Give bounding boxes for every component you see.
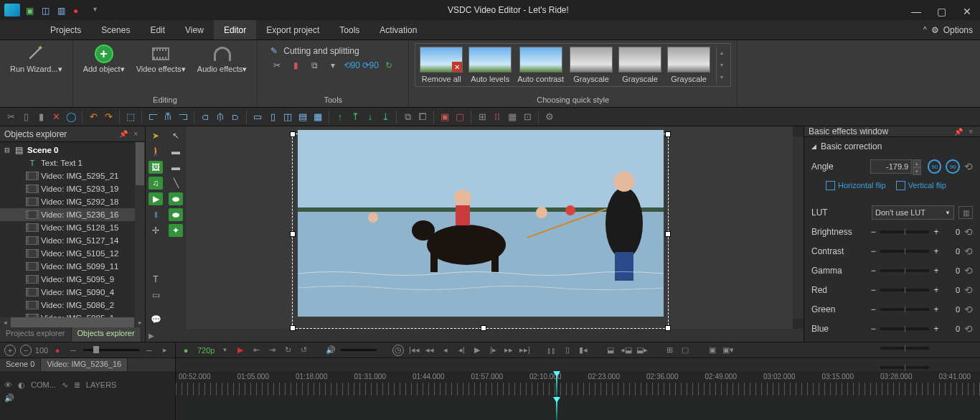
send-backward-icon[interactable]: ↓ bbox=[364, 111, 377, 123]
video-effects-button[interactable]: Video effects▾ bbox=[132, 43, 190, 75]
tree-scrollbar[interactable] bbox=[135, 142, 145, 317]
qa-save-icon[interactable]: ▣ bbox=[26, 6, 34, 14]
blue-slider[interactable] bbox=[880, 327, 930, 330]
step-back-icon[interactable]: ◂ bbox=[440, 345, 451, 356]
tab-objects-explorer[interactable]: Objects explorer bbox=[72, 327, 141, 342]
tab-tools[interactable]: Tools bbox=[329, 20, 369, 39]
gear-icon[interactable]: ⚙ bbox=[931, 25, 939, 35]
lut-browse-button[interactable]: ▥ bbox=[958, 206, 973, 219]
grid-icon[interactable]: ⊞ bbox=[476, 111, 489, 123]
step-fwd1-icon[interactable]: |▸ bbox=[487, 345, 499, 356]
clip-tool-icon[interactable]: ▣ bbox=[707, 345, 718, 356]
tab-editor[interactable]: Editor bbox=[214, 20, 256, 39]
reset-icon[interactable]: ⟲ bbox=[964, 226, 973, 238]
vflip-label[interactable]: Vertical flip bbox=[908, 181, 946, 190]
tree-item[interactable]: Video: IMG_5292_18 bbox=[0, 195, 145, 208]
align-bottom-icon[interactable]: ⫐ bbox=[229, 111, 242, 123]
reset-icon[interactable]: ⟲ bbox=[964, 265, 973, 276]
layers-icon[interactable]: ≣ bbox=[74, 381, 80, 390]
crumb-clip[interactable]: Video: IMG_5236_16 bbox=[41, 358, 128, 371]
bring-front-icon[interactable]: ⤒ bbox=[349, 111, 362, 123]
tree-item[interactable]: Video: IMG_5090_4 bbox=[0, 286, 145, 299]
next-icon[interactable]: ▸▸ bbox=[503, 345, 514, 356]
eq-tool-icon[interactable]: ⦀ bbox=[149, 208, 163, 221]
style-auto-contrast[interactable]: Auto contrast bbox=[517, 47, 564, 83]
marker-next-icon[interactable]: ⬓▸ bbox=[636, 345, 648, 356]
section-basic-correction[interactable]: ◢ Basic correction bbox=[811, 141, 973, 151]
vflip-checkbox[interactable] bbox=[896, 181, 905, 190]
align-middle-icon[interactable]: ⫛ bbox=[214, 111, 227, 123]
track-com[interactable]: COM... bbox=[31, 381, 56, 389]
distribute-h-icon[interactable]: ▭ bbox=[251, 111, 264, 123]
move-tool-icon[interactable]: ✢ bbox=[149, 224, 163, 237]
temperature-slider[interactable] bbox=[880, 347, 930, 350]
align-left-icon[interactable]: ⫍ bbox=[146, 111, 159, 123]
volume-icon[interactable]: 🔊 bbox=[325, 345, 336, 356]
send-back-icon[interactable]: ⤓ bbox=[379, 111, 392, 123]
text-frame-tool-icon[interactable]: ▭ bbox=[149, 289, 163, 302]
style-more-button[interactable]: ▴▾▾ bbox=[716, 47, 726, 83]
m3-icon[interactable]: ▸ bbox=[159, 345, 171, 356]
maximize-button[interactable]: ▢ bbox=[937, 6, 946, 14]
play-tool-icon[interactable]: ▶ bbox=[149, 192, 163, 205]
layers-label[interactable]: LAYERS bbox=[86, 381, 117, 389]
tool-icon-2[interactable]: ▮ bbox=[289, 59, 302, 72]
tree-item[interactable]: Video: IMG_5085_1 bbox=[0, 312, 145, 317]
add-object-button[interactable]: + Add object▾ bbox=[79, 43, 129, 75]
image-tool-icon[interactable]: 🖼 bbox=[149, 161, 163, 174]
m1-icon[interactable]: ─ bbox=[67, 345, 79, 356]
prev-frame-icon[interactable]: ▶ bbox=[149, 332, 157, 340]
marker-prev-icon[interactable]: ◂⬓ bbox=[621, 345, 632, 356]
rec-icon[interactable]: ▶ bbox=[235, 345, 246, 356]
time-ruler[interactable]: 00:52.00001:05.00001:18.00001:31.00001:4… bbox=[176, 371, 980, 397]
reset-icon[interactable]: ⟲ bbox=[964, 284, 973, 296]
tree-item[interactable]: Video: IMG_5127_14 bbox=[0, 234, 145, 247]
align-right-icon[interactable]: ⫎ bbox=[176, 111, 189, 123]
audio-tool-icon[interactable]: ♫ bbox=[149, 177, 163, 190]
timeline-tracks[interactable] bbox=[176, 397, 980, 420]
clip-tool2-icon[interactable]: ▣▾ bbox=[722, 345, 734, 356]
blend-icon[interactable]: ◐ bbox=[18, 381, 25, 390]
style-remove-all[interactable]: Remove all bbox=[420, 47, 463, 83]
tab-export[interactable]: Export project bbox=[256, 20, 329, 39]
rect-fill-icon[interactable]: ▬ bbox=[169, 161, 183, 174]
step-back1-icon[interactable]: ◂| bbox=[456, 345, 467, 356]
marker-2-icon[interactable]: ▦ bbox=[506, 111, 519, 123]
in-point-icon[interactable]: ⇤ bbox=[250, 345, 262, 356]
tab-view[interactable]: View bbox=[175, 20, 214, 39]
tree-item[interactable]: TText: Text 1 bbox=[0, 157, 145, 169]
distribute-v-icon[interactable]: ▯ bbox=[266, 111, 279, 123]
q-down-icon[interactable]: ▼ bbox=[219, 345, 230, 356]
split-icon[interactable]: ⫿⫿ bbox=[546, 345, 557, 356]
align-center-h-icon[interactable]: ⫚ bbox=[161, 111, 174, 123]
settings-tool-icon[interactable]: ⊡ bbox=[521, 111, 534, 123]
tree-item[interactable]: Video: IMG_5295_21 bbox=[0, 169, 145, 182]
crop-icon[interactable]: ⧉ bbox=[308, 59, 321, 72]
green-slider[interactable] bbox=[880, 308, 930, 311]
tool-x-icon[interactable]: ▢ bbox=[679, 345, 691, 356]
match-width-icon[interactable]: ◫ bbox=[281, 111, 294, 123]
match-height-icon[interactable]: ▤ bbox=[296, 111, 309, 123]
wave-icon[interactable]: ∿ bbox=[62, 381, 68, 390]
brightness-slider[interactable] bbox=[880, 230, 930, 233]
paste-icon[interactable]: ▮ bbox=[34, 111, 47, 123]
tool-icon-4[interactable]: ▾ bbox=[326, 59, 339, 72]
hflip-label[interactable]: Horizontal flip bbox=[838, 181, 886, 190]
preview-canvas[interactable] bbox=[186, 126, 793, 329]
person-tool-icon[interactable]: 🚶 bbox=[149, 145, 163, 158]
snap-icon[interactable]: ⊞ bbox=[664, 345, 675, 356]
canvas-scrollbar-v[interactable] bbox=[793, 126, 804, 329]
ellipse-shape-icon[interactable]: ⬬ bbox=[169, 192, 183, 205]
zoom-in-button[interactable]: + bbox=[4, 345, 16, 356]
angle-input[interactable]: -179.9▴▾ bbox=[870, 159, 912, 174]
tab-activation[interactable]: Activation bbox=[369, 20, 427, 39]
circle-tool-icon[interactable]: ◯ bbox=[65, 111, 77, 123]
freeform-icon[interactable]: ✦ bbox=[169, 224, 183, 237]
tree-scene[interactable]: ⊟ ▤ Scene 0 bbox=[0, 144, 145, 157]
saturation-slider[interactable] bbox=[880, 366, 930, 369]
rotate-cw-button[interactable]: 90 bbox=[946, 159, 960, 174]
reset-icon[interactable]: ⟲ bbox=[964, 304, 973, 315]
pin-icon[interactable]: 📌 bbox=[954, 128, 963, 136]
marker-1-icon[interactable]: ⁞⁞ bbox=[491, 111, 504, 123]
panel-close-icon[interactable]: × bbox=[133, 130, 138, 138]
